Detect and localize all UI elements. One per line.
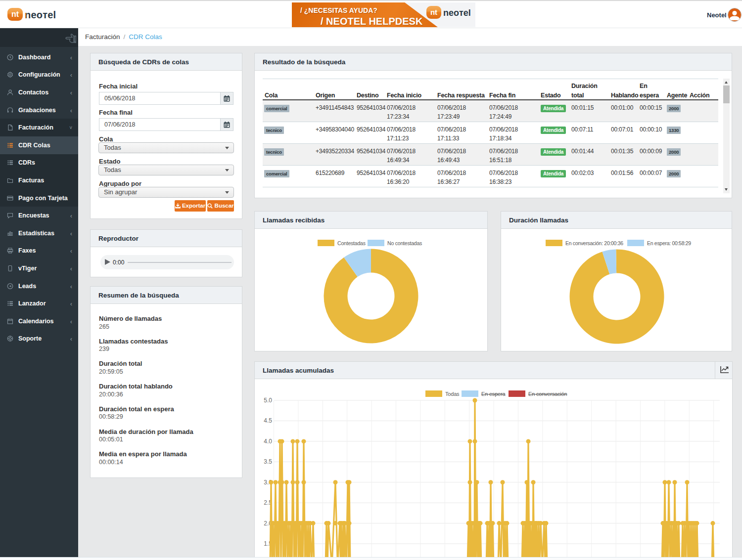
svg-text:4.5: 4.5	[264, 417, 272, 424]
svg-text:3.5: 3.5	[264, 458, 272, 465]
svg-text:En conversación: En conversación	[528, 391, 567, 397]
svg-text:En espera: 00:58:29: En espera: 00:58:29	[647, 240, 691, 246]
svg-text:No contestadas: No contestadas	[387, 240, 422, 246]
svg-text:Todas: Todas	[445, 391, 460, 397]
svg-text:En conversación: 20:00:36: En conversación: 20:00:36	[565, 240, 623, 246]
svg-text:5.0: 5.0	[264, 397, 272, 404]
svg-text:4.0: 4.0	[264, 438, 272, 445]
svg-text:Contestadas: Contestadas	[337, 240, 366, 246]
svg-text:En espera: En espera	[481, 391, 506, 397]
